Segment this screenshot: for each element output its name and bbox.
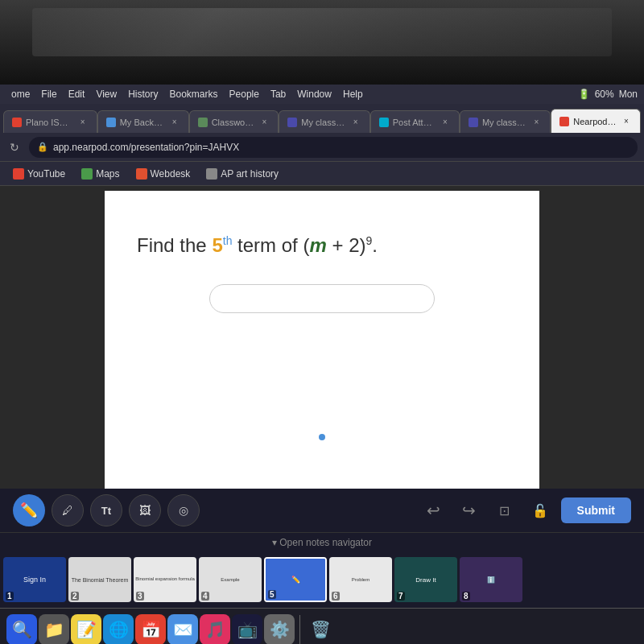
content-area: Find the 5th term of (m + 2)9. ✏️ 🖊 Tt 🖼… xyxy=(0,186,644,608)
tab-plano[interactable]: Plano ISD - M × xyxy=(3,110,97,133)
plus-2: + 2) xyxy=(327,234,366,256)
menu-item-ome[interactable]: ome xyxy=(6,87,35,101)
redo-button[interactable]: ↪ xyxy=(455,496,484,525)
tab-nearpod[interactable]: Nearpod - Pr × xyxy=(551,109,641,133)
pencil-tool-button[interactable]: ✏️ xyxy=(13,494,45,526)
menu-item-edit[interactable]: Edit xyxy=(64,87,90,101)
tab-close-classwork[interactable]: × xyxy=(258,117,270,128)
slide-question: Find the 5th term of (m + 2)9. xyxy=(137,231,378,260)
menu-item-window[interactable]: Window xyxy=(292,87,336,101)
tab-favicon-myclassroom2 xyxy=(469,118,478,127)
thumbnail-5[interactable]: ✏️ 5 xyxy=(264,557,327,602)
question-mid: term of ( xyxy=(232,234,309,256)
crop-button[interactable]: ⊡ xyxy=(490,496,519,525)
bookmark-label-webdesk: Webdesk xyxy=(151,168,191,180)
slide-dot xyxy=(319,434,325,440)
lock-button[interactable]: 🔓 xyxy=(526,496,555,525)
url-box[interactable]: 🔒 app.nearpod.com/presentation?pin=JAHVX xyxy=(29,137,638,158)
bookmark-label-ap-art: AP art history xyxy=(221,168,279,180)
menu-bar: ome File Edit View History Bookmarks Peo… xyxy=(0,85,644,104)
tab-close-postattende[interactable]: × xyxy=(440,117,451,128)
tab-label-plano: Plano ISD - M xyxy=(26,118,73,127)
italic-m: m xyxy=(309,234,326,256)
address-bar: ↻ 🔒 app.nearpod.com/presentation?pin=JAH… xyxy=(0,133,644,162)
tab-label-postattende: Post Attende xyxy=(393,118,436,127)
thumbnail-4[interactable]: Example 4 xyxy=(199,557,262,602)
thumbnail-7[interactable]: Draw It 7 xyxy=(394,557,457,602)
menu-item-view[interactable]: View xyxy=(91,87,122,101)
battery-icon: 🔋 xyxy=(578,89,590,100)
dock-icon-notes[interactable]: 📝 xyxy=(71,614,101,645)
dock-icon-finder[interactable]: 🔍 xyxy=(6,614,37,645)
dock-icon-tv[interactable]: 📺 xyxy=(232,614,262,645)
bottom-toolbar: ✏️ 🖊 Tt 🖼 ◎ ↩ ↪ ⊡ 🔓 Submit xyxy=(0,489,644,532)
tab-favicon-postattende xyxy=(379,118,389,127)
menu-item-people[interactable]: People xyxy=(225,87,264,101)
tab-favicon-myclassroom1 xyxy=(287,118,297,127)
undo-button[interactable]: ↩ xyxy=(419,496,448,525)
tab-label-myclassroom1: My classroon xyxy=(301,118,345,127)
menu-item-bookmarks[interactable]: Bookmarks xyxy=(165,87,223,101)
bookmark-maps[interactable]: Maps xyxy=(75,166,126,182)
bookmarks-bar: YouTube Maps Webdesk AP art history xyxy=(0,162,644,186)
physical-bezel-top xyxy=(0,0,644,85)
bookmark-favicon-webdesk xyxy=(136,168,147,180)
tab-favicon-plano xyxy=(12,118,22,127)
bookmark-ap-art[interactable]: AP art history xyxy=(200,166,285,182)
dock-separator xyxy=(299,615,300,644)
thumbnail-3[interactable]: Binomial expansion formula 3 xyxy=(134,557,196,602)
thumbnail-2[interactable]: The Binomial Theorem 2 xyxy=(68,557,131,602)
tab-backpack[interactable]: My Backpack × xyxy=(97,110,189,133)
tab-favicon-classwork xyxy=(198,118,208,127)
tab-classwork[interactable]: Classwork fo × xyxy=(189,110,279,133)
tab-bar: Plano ISD - M × My Backpack × Classwork … xyxy=(0,104,644,133)
bookmark-label-youtube: YouTube xyxy=(27,168,65,180)
dock-icon-trash[interactable]: 🗑️ xyxy=(305,614,336,645)
tab-myclassroom1[interactable]: My classroon × xyxy=(279,110,369,133)
bookmark-favicon-ap-art xyxy=(206,168,217,180)
thumbnail-8[interactable]: ℹ️ 8 xyxy=(460,557,522,602)
slide-input-area[interactable] xyxy=(137,284,507,313)
dock-icon-calendar[interactable]: 📅 xyxy=(135,614,166,645)
menu-bar-right: 🔋 60% Mon xyxy=(578,89,638,100)
dock-icon-music[interactable]: 🎵 xyxy=(200,614,230,645)
answer-input[interactable] xyxy=(209,284,435,313)
image-tool-button[interactable]: 🖼 xyxy=(129,494,161,526)
thumbnail-strip: Sign In 1 The Binomial Theorem 2 Binomia… xyxy=(0,551,644,608)
dock-icon-safari[interactable]: 🌐 xyxy=(103,614,134,645)
bookmark-label-maps: Maps xyxy=(96,168,119,180)
tab-favicon-backpack xyxy=(106,118,116,127)
highlighter-tool-button[interactable]: 🖊 xyxy=(52,494,84,526)
tab-postattende[interactable]: Post Attende × xyxy=(370,110,460,133)
thumbnail-6[interactable]: Problem 6 xyxy=(329,557,392,602)
tab-favicon-nearpod xyxy=(559,117,569,126)
macos-dock: 🔍 📁 📝 🌐 📅 ✉️ 🎵 📺 ⚙️ 🗑️ xyxy=(0,608,644,644)
menu-item-file[interactable]: File xyxy=(36,87,61,101)
tab-label-backpack: My Backpack xyxy=(120,118,165,127)
bookmark-favicon-youtube xyxy=(13,168,24,180)
dock-icon-files[interactable]: 📁 xyxy=(39,614,69,645)
tab-close-backpack[interactable]: × xyxy=(169,117,180,128)
menu-item-history[interactable]: History xyxy=(123,87,163,101)
dock-icon-mail[interactable]: ✉️ xyxy=(167,614,198,645)
menu-item-help[interactable]: Help xyxy=(338,87,368,101)
question-prefix: Find the xyxy=(137,234,212,256)
text-tool-button[interactable]: Tt xyxy=(90,494,122,526)
tab-close-myclassroom1[interactable]: × xyxy=(350,117,361,128)
reload-button[interactable]: ↻ xyxy=(6,139,23,155)
period: . xyxy=(372,234,378,256)
tab-myclassroom2[interactable]: My classroon × xyxy=(460,110,551,133)
notes-navigator[interactable]: ▾ Open notes navigator xyxy=(0,532,644,551)
tab-close-myclassroom2[interactable]: × xyxy=(530,117,542,128)
menu-item-tab[interactable]: Tab xyxy=(266,87,291,101)
thumbnail-1[interactable]: Sign In 1 xyxy=(3,557,66,602)
num-5: 5 xyxy=(212,234,222,256)
tab-close-plano[interactable]: × xyxy=(77,117,89,128)
submit-button[interactable]: Submit xyxy=(561,497,631,523)
bookmark-youtube[interactable]: YouTube xyxy=(6,166,72,182)
sup-th: th xyxy=(223,234,233,247)
tab-close-nearpod[interactable]: × xyxy=(621,116,632,127)
eraser-tool-button[interactable]: ◎ xyxy=(167,494,200,526)
bookmark-webdesk[interactable]: Webdesk xyxy=(130,166,197,182)
dock-icon-system-prefs[interactable]: ⚙️ xyxy=(264,614,295,645)
